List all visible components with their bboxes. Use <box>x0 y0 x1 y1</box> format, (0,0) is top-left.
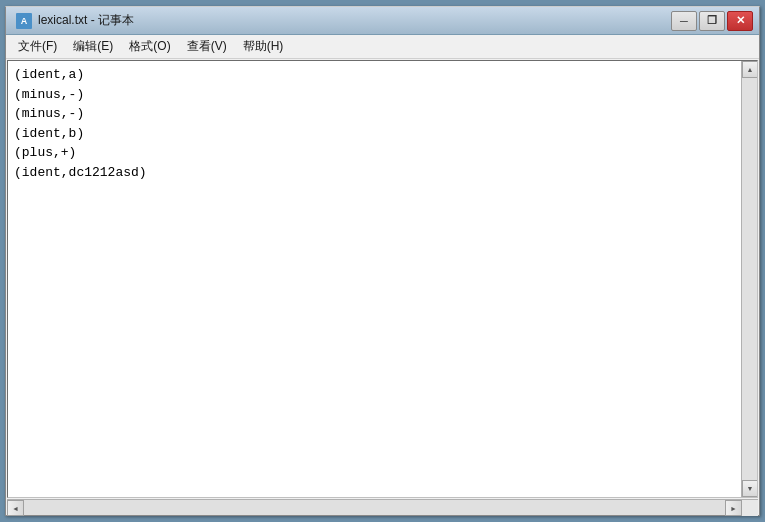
scroll-right-icon: ► <box>730 505 737 512</box>
title-bar-left: A lexical.txt - 记事本 <box>16 12 134 29</box>
scroll-down-button[interactable]: ▼ <box>742 480 758 497</box>
notepad-window: A lexical.txt - 记事本 ─ ❐ ✕ 文件(F) 编辑(E) 格式… <box>5 6 760 516</box>
restore-icon: ❐ <box>707 14 717 27</box>
vertical-scrollbar[interactable]: ▲ ▼ <box>741 61 757 497</box>
app-icon-char: A <box>21 16 28 26</box>
scroll-down-icon: ▼ <box>747 485 754 492</box>
title-buttons: ─ ❐ ✕ <box>671 11 753 31</box>
content-area: ▲ ▼ <box>7 60 758 498</box>
scroll-left-icon: ◄ <box>12 505 19 512</box>
restore-button[interactable]: ❐ <box>699 11 725 31</box>
scroll-track-x[interactable] <box>24 500 725 515</box>
horizontal-scrollbar[interactable]: ◄ ► <box>7 499 758 515</box>
scroll-up-icon: ▲ <box>747 66 754 73</box>
scroll-up-button[interactable]: ▲ <box>742 61 758 78</box>
menu-bar: 文件(F) 编辑(E) 格式(O) 查看(V) 帮助(H) <box>6 35 759 59</box>
scroll-track-y[interactable] <box>742 78 757 480</box>
title-bar: A lexical.txt - 记事本 ─ ❐ ✕ <box>6 7 759 35</box>
minimize-icon: ─ <box>680 15 688 27</box>
menu-file[interactable]: 文件(F) <box>10 37 65 57</box>
app-icon: A <box>16 13 32 29</box>
scroll-right-button[interactable]: ► <box>725 500 742 516</box>
menu-format[interactable]: 格式(O) <box>121 37 178 57</box>
menu-view[interactable]: 查看(V) <box>179 37 235 57</box>
menu-edit[interactable]: 编辑(E) <box>65 37 121 57</box>
window-title: lexical.txt - 记事本 <box>38 12 134 29</box>
scroll-left-button[interactable]: ◄ <box>7 500 24 516</box>
minimize-button[interactable]: ─ <box>671 11 697 31</box>
menu-help[interactable]: 帮助(H) <box>235 37 292 57</box>
close-button[interactable]: ✕ <box>727 11 753 31</box>
close-icon: ✕ <box>736 14 745 27</box>
text-editor[interactable] <box>8 61 741 497</box>
scroll-corner <box>742 500 758 516</box>
